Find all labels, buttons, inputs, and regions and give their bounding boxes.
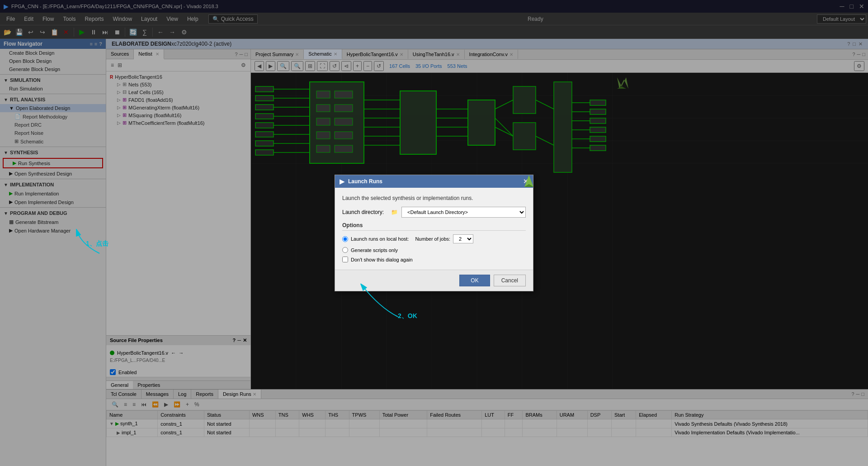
vivado-logo (521, 174, 537, 190)
local-host-radio[interactable] (342, 236, 348, 242)
local-host-row: Launch runs on local host: Number of job… (342, 234, 526, 243)
scripts-only-label: Generate scripts only (351, 247, 398, 253)
jobs-label: Number of jobs: (415, 236, 450, 242)
modal-overlay: ▶ Launch Runs ✕ Launch the selected synt… (0, 0, 868, 466)
scripts-only-radio[interactable] (342, 247, 348, 253)
launch-dir-label: Launch directory: (342, 209, 384, 215)
modal-body: Launch the selected synthesis or impleme… (335, 188, 533, 270)
options-label: Options (342, 222, 526, 231)
launch-dir-select[interactable]: <Default Launch Directory> (401, 207, 526, 218)
modal-icon: ▶ (340, 178, 344, 185)
modal-description: Launch the selected synthesis or impleme… (342, 195, 526, 201)
ok-button[interactable]: OK (459, 275, 490, 286)
cancel-button[interactable]: Cancel (494, 275, 526, 286)
launch-runs-dialog: ▶ Launch Runs ✕ Launch the selected synt… (335, 175, 533, 291)
modal-titlebar: ▶ Launch Runs ✕ (335, 175, 533, 188)
dont-show-label: Don't show this dialog again (351, 257, 413, 262)
jobs-select[interactable]: 2 4 8 (453, 234, 473, 243)
scripts-only-row: Generate scripts only (342, 247, 526, 253)
dont-show-row: Don't show this dialog again (342, 257, 526, 262)
launch-dir-row: Launch directory: 📁 <Default Launch Dire… (342, 207, 526, 218)
local-host-label: Launch runs on local host: (351, 236, 409, 242)
dont-show-checkbox[interactable] (342, 257, 348, 262)
modal-footer: OK Cancel (335, 270, 533, 291)
modal-title: Launch Runs (348, 178, 382, 185)
folder-icon: 📁 (391, 209, 398, 215)
